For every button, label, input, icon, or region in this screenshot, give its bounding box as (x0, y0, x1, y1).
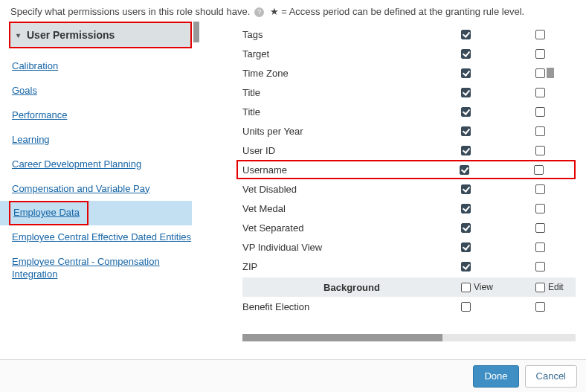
star-icon: ★ (270, 6, 279, 17)
permission-label: Username (242, 164, 460, 176)
sidebar-header-user-permissions[interactable]: ▾ User Permissions (9, 22, 192, 48)
permission-col1-checkbox[interactable] (461, 107, 471, 117)
sidebar: ▾ User Permissions CalibrationGoalsPerfo… (0, 22, 199, 341)
permission-label: Benefit Election (242, 301, 461, 312)
section-label: Background (242, 282, 461, 293)
sidebar-scrollbar-thumb[interactable] (193, 22, 199, 42)
instruction-text: Specify what permissions users in this r… (10, 6, 250, 17)
cancel-button[interactable]: Cancel (525, 365, 577, 388)
permission-row: Units per Year (242, 121, 576, 141)
sidebar-item-calibration[interactable]: Calibration (0, 54, 199, 79)
permission-col1-checkbox[interactable] (461, 223, 471, 233)
permission-col2-checkbox[interactable] (535, 107, 545, 117)
permission-row: User ID (242, 141, 576, 160)
sidebar-item-employee-central-effective-dated-entities[interactable]: Employee Central Effective Dated Entitie… (0, 225, 199, 250)
permission-col2-checkbox[interactable] (535, 302, 545, 312)
permission-col1-checkbox[interactable] (460, 165, 469, 175)
permission-col2-checkbox[interactable] (535, 262, 545, 271)
permission-col1-checkbox[interactable] (461, 204, 471, 213)
instruction-bar: Specify what permissions users in this r… (0, 0, 586, 22)
permission-col1-checkbox[interactable] (461, 184, 471, 194)
permission-col1-checkbox[interactable] (461, 242, 471, 252)
permission-col1-checkbox[interactable] (461, 49, 471, 59)
permission-row: Time Zone (242, 63, 576, 83)
permission-col2-checkbox[interactable] (535, 126, 545, 136)
permission-row: Vet Separated (242, 218, 576, 237)
main-horizontal-scrollbar[interactable] (242, 334, 576, 341)
sidebar-item-performance[interactable]: Performance (0, 103, 199, 128)
permissions-panel: TagsTargetTime ZoneTitleTitleUnits per Y… (199, 22, 586, 341)
sidebar-item-employee-central-compensation-integration[interactable]: Employee Central - Compensation Integrat… (0, 250, 199, 287)
sidebar-item-compensation-and-variable-pay[interactable]: Compensation and Variable Pay (0, 177, 199, 202)
permission-row: Username (236, 160, 576, 179)
sidebar-item-employee-data[interactable]: Employee Data (0, 201, 192, 225)
sidebar-item-label: Employee Data (9, 201, 88, 225)
permission-col2-checkbox[interactable] (535, 204, 545, 213)
permission-row: Vet Disabled (242, 179, 576, 199)
permission-row: Target (242, 44, 576, 63)
permission-col1-checkbox[interactable] (461, 126, 471, 136)
permission-row: Title (242, 83, 576, 102)
permission-col1-checkbox[interactable] (461, 262, 471, 271)
permission-col2-checkbox[interactable] (534, 165, 544, 175)
permission-label: Target (242, 48, 461, 60)
permission-col1-checkbox[interactable] (461, 146, 471, 155)
permission-col1-checkbox[interactable] (461, 302, 471, 312)
section-view-label: View (474, 282, 493, 292)
help-icon[interactable]: ? (254, 7, 264, 17)
permission-row: Title (242, 102, 576, 121)
section-edit-label: Edit (548, 282, 564, 292)
permission-col2-checkbox[interactable] (535, 146, 545, 155)
permission-label: VP Individual View (242, 242, 461, 253)
sidebar-item-career-development-planning[interactable]: Career Development Planning (0, 152, 199, 177)
permission-row: VP Individual View (242, 237, 576, 257)
permission-col1-checkbox[interactable] (461, 88, 471, 97)
permission-label: Time Zone (242, 68, 461, 79)
permission-row: Tags (242, 25, 576, 44)
permission-col2-checkbox[interactable] (535, 184, 545, 194)
permission-col2-checkbox[interactable] (535, 49, 545, 59)
sidebar-item-goals[interactable]: Goals (0, 79, 199, 103)
star-note: = Access period can be defined at the gr… (281, 6, 524, 17)
permission-label: Vet Disabled (242, 184, 461, 195)
permission-col1-checkbox[interactable] (461, 68, 471, 78)
done-button[interactable]: Done (473, 365, 518, 388)
permission-col2-checkbox[interactable] (535, 242, 545, 252)
section-view-checkbox[interactable] (461, 283, 471, 292)
permission-label: Title (242, 87, 461, 98)
permission-row: Vet Medal (242, 199, 576, 218)
permission-label: Vet Separated (242, 222, 461, 234)
permission-label: Tags (242, 29, 461, 40)
chevron-down-icon: ▾ (16, 31, 20, 39)
permission-col2-checkbox[interactable] (535, 223, 545, 233)
permission-col2-checkbox[interactable] (535, 68, 545, 78)
permission-label: ZIP (242, 261, 461, 272)
sidebar-item-learning[interactable]: Learning (0, 128, 199, 152)
grey-stub (547, 68, 554, 78)
permission-row: ZIP (242, 257, 576, 276)
permission-col2-checkbox[interactable] (535, 30, 545, 39)
permission-label: Vet Medal (242, 203, 461, 214)
permission-row: Benefit Election (242, 297, 576, 316)
permission-col2-checkbox[interactable] (535, 88, 545, 97)
permission-label: Units per Year (242, 126, 461, 137)
footer: Done Cancel (0, 359, 586, 392)
permission-label: User ID (242, 145, 461, 156)
permission-label: Title (242, 106, 461, 118)
main-horizontal-scrollbar-thumb[interactable] (242, 334, 442, 341)
sidebar-header-label: User Permissions (27, 29, 115, 41)
permission-col1-checkbox[interactable] (461, 30, 471, 39)
section-row-background: Background View Edit (242, 277, 576, 297)
section-edit-checkbox[interactable] (535, 283, 545, 292)
